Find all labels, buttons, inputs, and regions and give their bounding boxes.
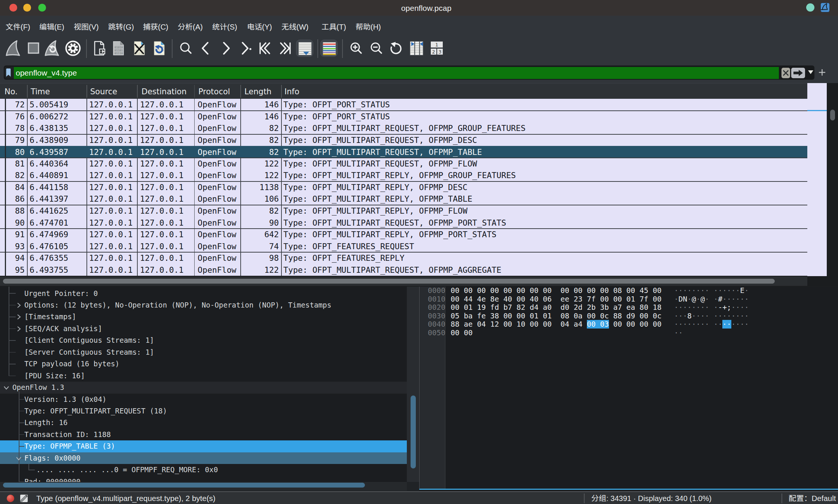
column-separator[interactable] — [27, 85, 28, 98]
detail-row[interactable]: Transaction ID: 1188 — [0, 429, 407, 440]
packet-list-minimap[interactable] — [807, 83, 827, 276]
menu-item-5[interactable]: 分析(A) — [178, 16, 203, 37]
packet-row-76[interactable]: 766.006272127.0.0.1127.0.0.1OpenFlow146T… — [0, 111, 807, 123]
scrollbar-thumb[interactable] — [3, 483, 365, 488]
menu-item-3[interactable]: 跳转(G) — [108, 16, 134, 37]
detail-row[interactable]: [SEQ/ACK analysis] — [0, 323, 407, 335]
detail-row[interactable]: [Client Contiguous Streams: 1] — [0, 335, 407, 346]
packet-row-79[interactable]: 796.438909127.0.0.1127.0.0.1OpenFlow82Ty… — [0, 134, 807, 146]
toolbar-button-restart-capture[interactable] — [43, 40, 61, 57]
toolbar-button-find-packet[interactable] — [177, 40, 194, 57]
details-horizontal-scrollbar[interactable] — [0, 482, 407, 491]
column-header-protocol[interactable]: Protocol — [198, 83, 230, 99]
detail-row[interactable]: OpenFlow 1.3 — [0, 382, 407, 393]
detail-row[interactable]: [Server Contiguous Streams: 1] — [0, 346, 407, 358]
column-header-no[interactable]: No. — [4, 83, 18, 99]
menu-item-7[interactable]: 电话(Y) — [247, 16, 272, 37]
expert-info-icon[interactable] — [7, 495, 14, 502]
column-separator[interactable] — [86, 85, 87, 98]
packet-row-93[interactable]: 936.476105127.0.0.1127.0.0.1OpenFlow74Ty… — [0, 241, 807, 253]
filter-dropdown-caret[interactable] — [808, 70, 813, 74]
toolbar-button-close-file[interactable]: 010100110101110 — [131, 40, 148, 57]
toolbar-button-auto-scroll[interactable] — [296, 40, 313, 57]
detail-row[interactable]: Flags: 0x0000 — [0, 452, 407, 464]
scrollbar-thumb[interactable] — [411, 395, 416, 468]
packet-row-91[interactable]: 916.474969127.0.0.1127.0.0.1OpenFlow642T… — [0, 229, 807, 241]
detail-row[interactable]: .... .... .... ...0 = OFPMPF_REQ_MORE: 0… — [0, 464, 407, 476]
filter-clear-button[interactable] — [781, 68, 790, 78]
status-profile[interactable]: 配置：Default — [789, 492, 836, 504]
menu-item-9[interactable]: 工具(T) — [322, 16, 346, 37]
column-header-time[interactable]: Time — [31, 83, 50, 99]
toolbar-button-capture-options[interactable] — [64, 40, 82, 57]
hex-row-0020[interactable]: 002000 01 19 fd b7 82 d4 a0 d0 2d 2b 3b … — [420, 303, 838, 312]
menu-item-10[interactable]: 帮助(H) — [356, 16, 381, 37]
toolbar-button-open-file[interactable] — [91, 40, 108, 57]
chevron-down-icon[interactable] — [3, 385, 9, 391]
menu-item-0[interactable]: 文件(F) — [6, 16, 30, 37]
minimize-window-button[interactable] — [23, 4, 31, 12]
toolbar-button-resize-columns[interactable] — [408, 40, 425, 57]
toolbar-button-zoom-out[interactable] — [368, 40, 385, 57]
column-header-source[interactable]: Source — [90, 83, 117, 99]
toolbar-button-go-last[interactable] — [276, 40, 293, 57]
menu-item-1[interactable]: 编辑(E) — [39, 16, 64, 37]
hex-row-0010[interactable]: 001000 44 4e 8e 40 00 40 06 ee 23 7f 00 … — [420, 295, 838, 304]
packet-row-82[interactable]: 826.440891127.0.0.1127.0.0.1OpenFlow122T… — [0, 169, 807, 181]
detail-row[interactable]: TCP payload (16 bytes) — [0, 358, 407, 370]
column-header-info[interactable]: Info — [284, 83, 299, 99]
packet-row-80[interactable]: 806.439587127.0.0.1127.0.0.1OpenFlow82Ty… — [0, 146, 807, 158]
toolbar-button-zoom-in[interactable] — [347, 40, 365, 57]
column-separator[interactable] — [240, 85, 241, 98]
scrollbar-thumb[interactable] — [3, 279, 775, 284]
close-window-button[interactable] — [9, 4, 17, 12]
packet-list-vertical-scrollbar[interactable] — [827, 83, 838, 276]
filter-apply-button[interactable] — [791, 68, 805, 78]
toolbar-button-reload-file[interactable]: 0101001110 — [150, 40, 168, 57]
menu-item-8[interactable]: 无线(W) — [281, 16, 308, 37]
column-header-length[interactable]: Length — [244, 83, 271, 99]
detail-row[interactable]: Version: 1.3 (0x04) — [0, 394, 407, 405]
toolbar-button-layout-columns[interactable]: 123 — [428, 40, 445, 57]
filter-bookmark-button[interactable] — [4, 67, 14, 79]
toolbar-button-save-file[interactable]: 010100110101110 — [110, 40, 127, 57]
toolbar-button-stop-capture[interactable] — [25, 40, 42, 57]
menu-item-2[interactable]: 视图(V) — [74, 16, 99, 37]
detail-row[interactable]: Pad: 00000000 — [0, 476, 407, 482]
capture-comment-icon[interactable] — [19, 494, 28, 503]
packet-row-88[interactable]: 886.441625127.0.0.1127.0.0.1OpenFlow82Ty… — [0, 205, 807, 217]
hex-row-0000[interactable]: 000000 00 00 00 00 00 00 00 00 00 00 00 … — [420, 287, 838, 295]
packet-row-95[interactable]: 956.493755127.0.0.1127.0.0.1OpenFlow122T… — [0, 264, 807, 276]
detail-row[interactable]: Type: OFPMP_TABLE (3) — [0, 440, 407, 452]
toolbar-button-go-first[interactable] — [257, 40, 274, 57]
detail-row[interactable]: Urgent Pointer: 0 — [0, 288, 407, 299]
packet-row-90[interactable]: 906.474701127.0.0.1127.0.0.1OpenFlow90Ty… — [0, 217, 807, 229]
packet-row-86[interactable]: 866.441397127.0.0.1127.0.0.1OpenFlow106T… — [0, 193, 807, 205]
detail-row[interactable]: Type: OFPT_MULTIPART_REQUEST (18) — [0, 405, 407, 417]
toolbar-button-start-capture[interactable] — [4, 40, 22, 57]
filter-add-button[interactable] — [817, 67, 827, 77]
display-filter-input[interactable]: openflow_v4.type — [14, 67, 779, 79]
chevron-right-icon[interactable] — [16, 326, 22, 332]
column-separator[interactable] — [281, 85, 282, 98]
toolbar-button-colorize[interactable] — [320, 40, 338, 57]
chevron-right-icon[interactable] — [16, 302, 22, 308]
toolbar-button-go-back[interactable] — [197, 40, 214, 57]
packet-list-horizontal-scrollbar[interactable] — [0, 277, 807, 286]
toolbar-button-go-to-packet[interactable] — [237, 40, 255, 57]
scrollbar-thumb[interactable] — [830, 110, 835, 120]
hex-row-0050[interactable]: 005000 00·· — [420, 329, 838, 337]
hex-row-0040[interactable]: 004088 ae 04 12 00 10 00 00 04 a4 00 03 … — [420, 320, 838, 329]
toolbar-button-go-forward[interactable] — [217, 40, 234, 57]
menu-item-4[interactable]: 捕获(C) — [143, 16, 168, 37]
detail-row[interactable]: [PDU Size: 16] — [0, 370, 407, 382]
column-separator[interactable] — [194, 85, 195, 98]
maximize-window-button[interactable] — [38, 4, 46, 12]
toolbar-button-zoom-reset[interactable] — [387, 40, 405, 57]
column-header-destination[interactable]: Destination — [141, 83, 187, 99]
details-vertical-scrollbar[interactable] — [407, 287, 419, 491]
packet-row-72[interactable]: 725.005419127.0.0.1127.0.0.1OpenFlow146T… — [0, 99, 807, 111]
packet-row-81[interactable]: 816.440364127.0.0.1127.0.0.1OpenFlow122T… — [0, 158, 807, 170]
packet-row-94[interactable]: 946.476355127.0.0.1127.0.0.1OpenFlow98Ty… — [0, 252, 807, 264]
detail-row[interactable]: [Timestamps] — [0, 311, 407, 323]
